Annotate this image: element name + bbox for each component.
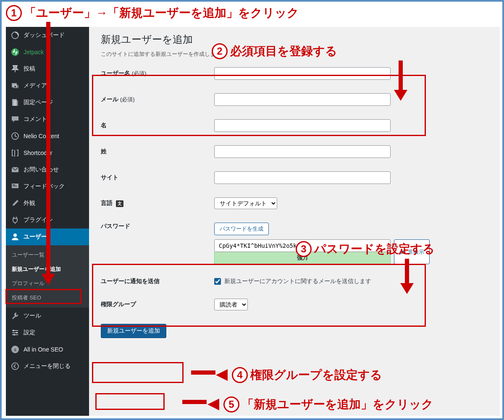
circle-5: 5 — [223, 396, 239, 412]
label-username-text: ユーザー名 — [101, 70, 130, 76]
brackets-icon — [11, 149, 19, 157]
svg-point-1 — [11, 48, 19, 56]
svg-rect-12 — [13, 184, 15, 185]
sidebar-item-settings[interactable]: 設定 — [6, 324, 89, 341]
sidebar-label-feedback: フィードバック — [24, 183, 65, 190]
email-input[interactable] — [214, 93, 391, 106]
arrow-1-shaft — [46, 22, 50, 274]
sidebar-label-users: ユーザー — [24, 233, 47, 241]
page-icon — [11, 98, 19, 107]
submit-button[interactable]: 新規ユーザーを追加 — [101, 324, 166, 338]
instruction-4-text: 権限グループを設定する — [250, 367, 382, 383]
wrench-icon — [11, 312, 19, 320]
instruction-3: 3 パスワードを設定する — [296, 241, 435, 257]
sidebar-label-contact: お問い合わせ — [24, 166, 59, 173]
circle-2: 2 — [212, 43, 228, 59]
sidebar-label-tools: ツール — [24, 312, 41, 320]
row-language: 言語 文 サイトデフォルト — [101, 197, 488, 209]
sidebar-item-collapse[interactable]: メニューを閉じる — [6, 358, 89, 375]
label-username-req: (必須) — [132, 70, 147, 76]
instruction-5-text: 「新規ユーザーを追加」をクリック — [242, 396, 433, 412]
sliders-icon — [11, 328, 19, 337]
username-input[interactable] — [214, 67, 391, 80]
firstname-input[interactable] — [214, 119, 391, 132]
sidebar-label-settings: 設定 — [24, 329, 35, 336]
lastname-input[interactable] — [214, 145, 391, 158]
row-website: サイト — [101, 171, 488, 184]
circle-4: 4 — [232, 367, 248, 383]
instruction-1: 1 「ユーザー」→「新規ユーザーを追加」をクリック — [6, 5, 299, 21]
language-select[interactable]: サイトデフォルト — [214, 197, 277, 209]
sidebar-sub-author-seo[interactable]: 投稿者 SEO — [6, 291, 89, 305]
arrow-left-5 — [207, 399, 219, 410]
arrow-3-shaft — [405, 259, 409, 283]
main-content: 新規ユーザーを追加 このサイトに追加する新規ユーザーを作成します。 ユーザー名 … — [89, 27, 500, 416]
svg-rect-13 — [13, 186, 17, 186]
notify-text: 新規ユーザーにアカウントに関するメールを送信します — [224, 278, 371, 285]
circle-1: 1 — [6, 5, 22, 21]
arrow-4-shaft — [191, 370, 215, 375]
sidebar-item-aioseo[interactable]: a All in One SEO — [6, 341, 89, 358]
row-role: 権限グループ 購読者 — [101, 299, 488, 310]
sidebar-label-jetpack: Jetpack — [24, 49, 44, 55]
row-firstname: 名 — [101, 119, 488, 132]
label-language: 言語 文 — [101, 200, 214, 207]
notify-checkbox[interactable] — [214, 278, 221, 285]
plug-icon — [11, 216, 19, 224]
role-select[interactable]: 購読者 — [214, 299, 248, 310]
media-icon — [11, 81, 19, 90]
sidebar-label-dashboard: ダッシュボード — [24, 32, 65, 39]
label-firstname: 名 — [101, 122, 214, 129]
label-notify: ユーザーに通知を送信 — [101, 278, 214, 285]
label-lastname: 姓 — [101, 148, 214, 155]
arrow-5-shaft — [182, 400, 207, 404]
label-role: 権限グループ — [101, 301, 214, 308]
sidebar-label-aioseo: All in One SEO — [24, 346, 63, 353]
arrow-2-head — [394, 90, 407, 101]
label-email-req: (必須) — [120, 96, 135, 102]
sidebar-label-posts: 投稿 — [24, 65, 35, 73]
generate-password-button[interactable]: パスワードを生成 — [214, 223, 269, 235]
svg-rect-8 — [13, 100, 18, 106]
arrow-1-head — [42, 274, 55, 285]
aioseo-icon: a — [11, 345, 19, 354]
instruction-2: 2 必須項目を登録する — [212, 43, 337, 59]
sidebar-item-tools[interactable]: ツール — [6, 307, 89, 324]
dashboard-icon — [11, 31, 19, 39]
website-input[interactable] — [214, 171, 391, 184]
pin-icon — [11, 65, 19, 73]
label-username: ユーザー名 (必須) — [101, 70, 214, 77]
svg-point-16 — [16, 332, 18, 333]
collapse-icon — [11, 362, 19, 370]
instruction-4: 4 権限グループを設定する — [216, 367, 382, 383]
sidebar-label-nelio: Nelio Content — [24, 133, 59, 139]
brush-icon — [11, 199, 19, 207]
arrow-2-shaft — [399, 60, 403, 90]
clock-icon — [11, 132, 19, 140]
row-notify: ユーザーに通知を送信 新規ユーザーにアカウントに関するメールを送信します — [101, 278, 488, 285]
row-lastname: 姓 — [101, 145, 488, 158]
sidebar-label-appearance: 外観 — [24, 200, 35, 207]
instruction-3-text: パスワードを設定する — [314, 241, 435, 257]
feedback-icon — [11, 182, 19, 191]
svg-point-14 — [13, 234, 17, 237]
jetpack-icon — [11, 48, 19, 56]
arrow-3-head — [400, 283, 414, 294]
sidebar-label-comments: コメント — [24, 116, 47, 123]
svg-point-6 — [14, 86, 16, 87]
label-password: パスワード — [101, 223, 214, 230]
comment-icon — [11, 115, 19, 123]
label-website: サイト — [101, 174, 214, 181]
wordpress-admin: ダッシュボード Jetpack 投稿 メディア 固定ページ コメント Nelio… — [6, 27, 500, 416]
mail-icon — [11, 165, 19, 174]
svg-point-15 — [13, 330, 14, 331]
sidebar-label-media: メディア — [24, 82, 47, 89]
translate-icon: 文 — [116, 200, 123, 207]
label-language-text: 言語 — [101, 200, 113, 206]
instruction-1-text: 「ユーザー」→「新規ユーザーを追加」をクリック — [24, 5, 299, 21]
svg-point-20 — [12, 363, 18, 370]
label-email-text: メール — [101, 96, 118, 102]
sidebar-label-collapse: メニューを閉じる — [24, 362, 71, 370]
arrow-left-4 — [216, 369, 228, 381]
instruction-5: 5 「新規ユーザーを追加」をクリック — [207, 396, 433, 412]
